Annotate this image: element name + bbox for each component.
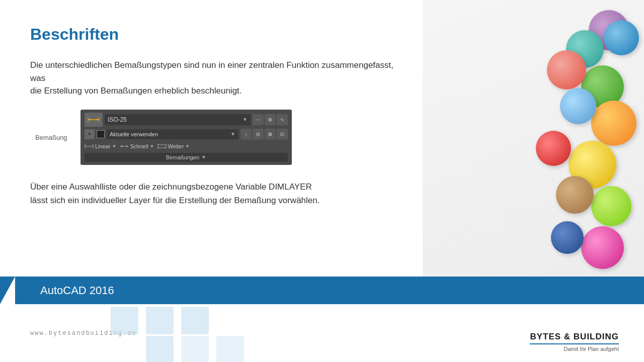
deco-sq-2 [146, 307, 174, 334]
footer-notch-left [0, 277, 15, 304]
toolbar-label: Bemaßung [35, 133, 67, 141]
footer-bottom-bar: www.bytesandbuilding.de BYTES & BUILDING… [0, 304, 644, 362]
svg-marker-4 [97, 119, 99, 121]
svg-marker-3 [88, 119, 91, 121]
schnell-btn[interactable]: Schnell ▼ [120, 143, 154, 150]
toolbar-btn-group-1: ↔ ⊞ ∿ [253, 114, 288, 125]
photo-area [423, 0, 644, 282]
svg-marker-10 [126, 145, 128, 147]
tb-btn-e[interactable]: ⊟ [253, 129, 264, 140]
svg-marker-9 [120, 145, 122, 147]
deco-sq-4 [146, 336, 174, 362]
main-content: Beschriften Die unterschiedlichen Bemaßu… [0, 0, 433, 282]
description-paragraph: Die unterschiedlichen Bemaßungstypen sin… [30, 59, 403, 98]
logo-area: BYTES & BUILDING Damit Ihr Plan aufgeht [530, 332, 619, 352]
clay-magenta [581, 226, 624, 269]
toolbar-image: ISO-25 ▼ ↔ ⊞ ∿ ≡ Aktuelle verwenden ▼ [80, 110, 292, 165]
clay-lime [591, 186, 631, 226]
toolbar-dim-icon [85, 113, 103, 127]
deco-sq-6 [216, 336, 244, 362]
clay-darkblue [551, 221, 584, 254]
tb-icon2: ≡ [85, 129, 95, 139]
toolbar-btn-group-2: ↕ ⊟ ⊠ ⊡ [240, 129, 288, 140]
clay-blue [604, 20, 639, 55]
clay-brown [556, 176, 594, 214]
tb-btn-d[interactable]: ↕ [240, 129, 252, 140]
toolbar-style-select[interactable]: ISO-25 ▼ [105, 114, 251, 125]
logo-divider [530, 343, 619, 344]
linear-btn[interactable]: Linear ▼ [85, 143, 117, 150]
clay-red [536, 131, 571, 166]
app-title: AutoCAD 2016 [40, 284, 114, 297]
company-tagline: Damit Ihr Plan aufgeht [530, 346, 619, 352]
toolbar-row-3: Linear ▼ Schnell ▼ [85, 142, 288, 151]
clay-pink [547, 50, 586, 89]
tb-btn-a[interactable]: ↔ [253, 114, 264, 125]
clay-lightblue [560, 88, 596, 124]
toolbar-footer: Bemaßungen ▼ [85, 153, 288, 162]
footer-blue-bar: AutoCAD 2016 [0, 277, 644, 304]
deco-sq-1 [111, 307, 138, 334]
clay-orange [591, 101, 636, 146]
tb-btn-c[interactable]: ∿ [277, 114, 288, 125]
company-name: BYTES & BUILDING [530, 332, 619, 342]
deco-sq-5 [181, 336, 209, 362]
toolbar-row-1: ISO-25 ▼ ↔ ⊞ ∿ [85, 113, 288, 127]
color-box [97, 130, 105, 138]
aktuelle-select[interactable]: Aktuelle verwenden ▼ [107, 129, 238, 139]
tb-btn-b[interactable]: ⊞ [265, 114, 276, 125]
weiter-btn[interactable]: Weiter ▼ [157, 143, 190, 150]
page-title: Beschriften [30, 25, 403, 44]
toolbar-row-2: ≡ Aktuelle verwenden ▼ ↕ ⊟ ⊠ ⊡ [85, 129, 288, 140]
clay-image [423, 0, 644, 282]
deco-sq-3 [181, 307, 209, 334]
tb-btn-f[interactable]: ⊠ [265, 129, 276, 140]
tb-btn-g[interactable]: ⊡ [277, 129, 288, 140]
bottom-paragraph: Über eine Auswahlliste oder die zeichnun… [30, 180, 403, 207]
